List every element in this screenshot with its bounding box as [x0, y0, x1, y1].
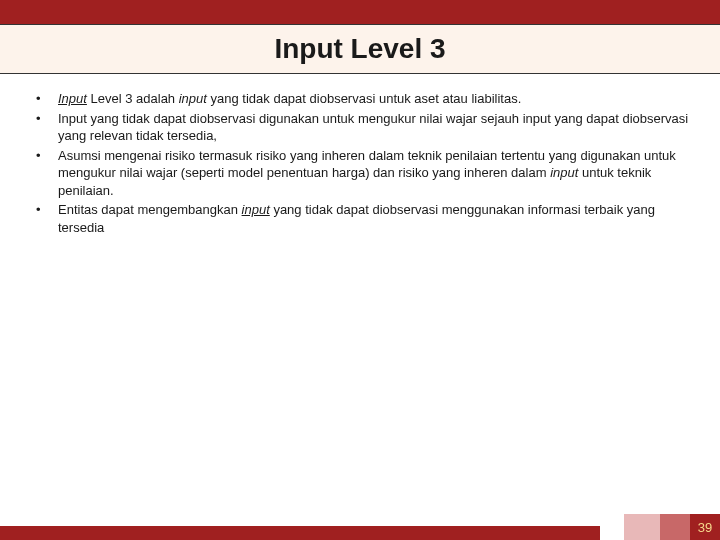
- bullet-item: •Input yang tidak dapat diobservasi digu…: [30, 110, 690, 145]
- bullet-mark: •: [30, 201, 58, 236]
- footer-block-light: [624, 514, 660, 540]
- footer: 39: [0, 514, 720, 540]
- content-area: •Input Level 3 adalah input yang tidak d…: [0, 74, 720, 236]
- top-accent-bar: [0, 0, 720, 24]
- page-number: 39: [698, 520, 712, 535]
- bullet-list: •Input Level 3 adalah input yang tidak d…: [30, 90, 690, 236]
- slide-title: Input Level 3: [0, 33, 720, 65]
- bullet-text: Entitas dapat mengembangkan input yang t…: [58, 201, 690, 236]
- bullet-text: Input yang tidak dapat diobservasi digun…: [58, 110, 690, 145]
- bullet-mark: •: [30, 147, 58, 200]
- bullet-mark: •: [30, 110, 58, 145]
- bullet-item: •Entitas dapat mengembangkan input yang …: [30, 201, 690, 236]
- bullet-item: •Input Level 3 adalah input yang tidak d…: [30, 90, 690, 108]
- footer-bar-left: [0, 526, 600, 540]
- title-band: Input Level 3: [0, 24, 720, 74]
- bullet-item: •Asumsi mengenai risiko termasuk risiko …: [30, 147, 690, 200]
- footer-block-dark: 39: [690, 514, 720, 540]
- bullet-mark: •: [30, 90, 58, 108]
- bullet-text: Input Level 3 adalah input yang tidak da…: [58, 90, 690, 108]
- footer-block-mid: [660, 514, 690, 540]
- bullet-text: Asumsi mengenai risiko termasuk risiko y…: [58, 147, 690, 200]
